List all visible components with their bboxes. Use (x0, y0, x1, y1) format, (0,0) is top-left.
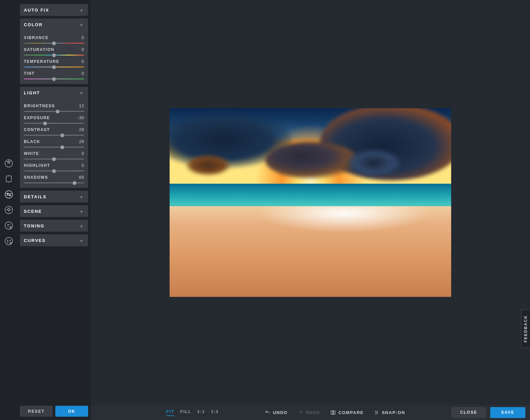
slider-thumb[interactable] (52, 169, 56, 173)
panel-curves-title: CURVES (24, 238, 46, 243)
redo-button: REDO (297, 410, 320, 415)
slider-track[interactable] (24, 123, 84, 124)
text-icon[interactable] (4, 221, 13, 230)
panel-toning-header[interactable]: TONING + (20, 220, 88, 232)
slider-thumb[interactable] (43, 121, 47, 125)
close-icon[interactable]: × (79, 22, 84, 27)
slider-track[interactable] (24, 43, 84, 44)
feedback-label: FEEDBACK (523, 315, 528, 343)
panel-light: LIGHT × BRIGHTNESS12EXPOSURE-30CONTRAST2… (20, 87, 88, 188)
zoom-fit[interactable]: FIT (166, 409, 174, 416)
zoom-1-1[interactable]: 1:1 (197, 409, 205, 416)
slider-thumb[interactable] (60, 133, 65, 137)
effects-icon[interactable] (4, 206, 13, 214)
slider-track[interactable] (24, 78, 84, 79)
crop-icon[interactable] (4, 174, 13, 183)
panel-scene-header[interactable]: SCENE + (20, 205, 88, 217)
slider-track[interactable] (24, 55, 84, 56)
slider-track[interactable] (24, 182, 84, 183)
slider-track[interactable] (24, 170, 84, 171)
close-icon[interactable]: × (79, 90, 84, 96)
panel-color-header[interactable]: COLOR × (20, 19, 88, 30)
slider-value: 0 (81, 71, 84, 76)
undo-label: UNDO (273, 410, 288, 415)
auto-icon[interactable] (4, 159, 13, 168)
slider-white: WHITE0 (24, 151, 84, 160)
slider-label: CONTRAST (24, 127, 50, 132)
redo-icon (297, 410, 303, 415)
slider-vibrance: VIBRANCE0 (24, 35, 84, 44)
slider-thumb[interactable] (52, 157, 56, 161)
panel-scene: SCENE + (20, 205, 88, 217)
bottom-bar: FIT FILL 1:1 1:3 UNDO REDO COMPARE (91, 405, 530, 420)
zoom-fill[interactable]: FILL (180, 409, 191, 416)
panel-details-header[interactable]: DETAILS + (20, 191, 88, 203)
draw-icon[interactable] (4, 237, 13, 246)
slider-black: BLACK28 (24, 139, 84, 148)
slider-thumb[interactable] (52, 41, 56, 45)
slider-label: EXPOSURE (24, 116, 50, 120)
image-preview (170, 108, 451, 297)
slider-track[interactable] (24, 111, 84, 112)
panel-autofix-header[interactable]: AUTO FIX + (20, 4, 88, 16)
slider-label: TINT (24, 71, 35, 76)
history-group: UNDO REDO COMPARE SNAP:ON (265, 410, 405, 415)
save-button[interactable]: SAVE (490, 407, 525, 418)
slider-brightness: BRIGHTNESS12 (24, 103, 84, 112)
snap-label: SNAP:ON (382, 410, 405, 415)
compare-button[interactable]: COMPARE (330, 410, 364, 415)
image-viewport[interactable] (91, 0, 530, 405)
slider-value: 0 (81, 59, 84, 64)
slider-value: 12 (79, 103, 84, 108)
panel-color-body: VIBRANCE0SATURATION0TEMPERATURE0TINT0 (20, 30, 88, 84)
panel-curves: CURVES + (20, 234, 88, 246)
adjust-icon[interactable] (4, 190, 13, 199)
panel-scene-title: SCENE (24, 209, 42, 214)
expand-icon[interactable]: + (79, 223, 84, 229)
canvas-area: FIT FILL 1:1 1:3 UNDO REDO COMPARE (91, 0, 530, 420)
close-button[interactable]: CLOSE (451, 407, 486, 418)
panel-details-title: DETAILS (24, 194, 47, 199)
snap-button[interactable]: SNAP:ON (374, 410, 405, 415)
expand-icon[interactable]: + (79, 194, 84, 200)
slider-track[interactable] (24, 135, 84, 136)
panel-toning-title: TONING (24, 223, 44, 228)
panel-light-header[interactable]: LIGHT × (20, 87, 88, 99)
slider-label: TEMPERATURE (24, 59, 59, 64)
slider-label: BLACK (24, 139, 40, 144)
svg-point-10 (9, 240, 10, 241)
slider-thumb[interactable] (72, 181, 77, 185)
expand-icon[interactable]: + (79, 209, 84, 214)
slider-value: 28 (79, 127, 84, 132)
slider-value: 0 (81, 35, 84, 40)
panel-color-title: COLOR (24, 22, 43, 27)
redo-label: REDO (306, 410, 320, 415)
svg-point-12 (10, 242, 11, 244)
expand-icon[interactable]: + (79, 7, 84, 13)
ok-button[interactable]: OK (55, 406, 88, 417)
svg-point-2 (5, 191, 13, 198)
slider-thumb[interactable] (52, 65, 56, 69)
slider-exposure: EXPOSURE-30 (24, 115, 84, 124)
reset-button[interactable]: RESET (20, 406, 53, 417)
zoom-group: FIT FILL 1:1 1:3 (166, 409, 219, 416)
slider-track[interactable] (24, 147, 84, 148)
save-group: CLOSE SAVE (451, 407, 525, 418)
zoom-1-3[interactable]: 1:3 (211, 409, 219, 416)
slider-thumb[interactable] (60, 145, 65, 149)
slider-temperature: TEMPERATURE0 (24, 59, 84, 68)
slider-label: BRIGHTNESS (24, 104, 55, 108)
panel-curves-header[interactable]: CURVES + (20, 234, 88, 246)
slider-track[interactable] (24, 159, 84, 160)
slider-label: SHADOWS (24, 175, 48, 180)
slider-thumb[interactable] (55, 109, 60, 114)
svg-rect-13 (331, 411, 333, 414)
slider-label: VIBRANCE (24, 35, 49, 40)
slider-thumb[interactable] (52, 53, 56, 57)
undo-button[interactable]: UNDO (265, 410, 288, 415)
slider-thumb[interactable] (52, 77, 56, 81)
slider-track[interactable] (24, 67, 84, 68)
expand-icon[interactable]: + (79, 238, 84, 243)
svg-rect-1 (6, 176, 11, 182)
feedback-tab[interactable]: FEEDBACK (521, 309, 530, 348)
